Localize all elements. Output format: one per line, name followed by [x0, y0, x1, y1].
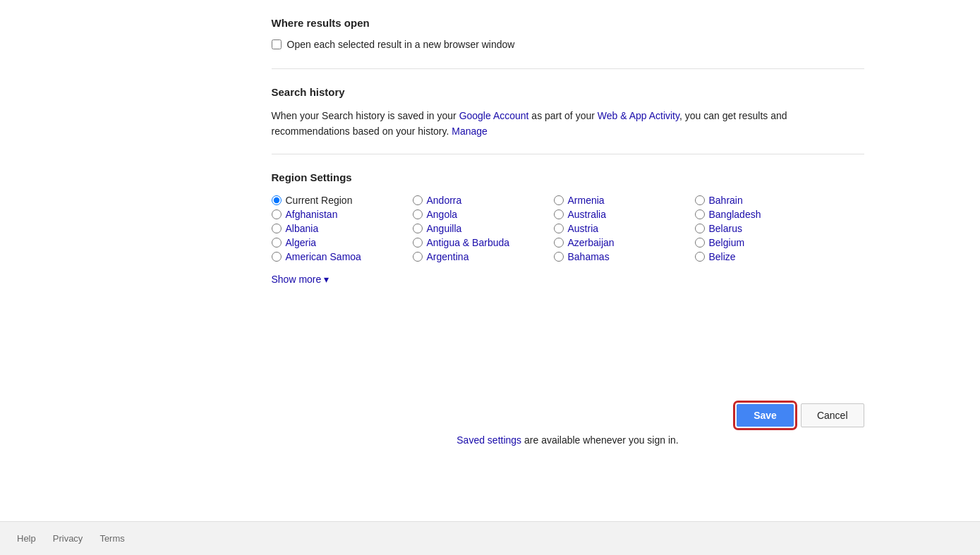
footer: Help Privacy Terms [0, 521, 980, 555]
radio-label-bahrain: Bahrain [709, 195, 743, 206]
radio-andorra[interactable] [413, 195, 423, 205]
show-more-arrow-icon: ▾ [324, 274, 329, 285]
radio-label-albania: Albania [286, 223, 319, 234]
radio-row-angola: Angola [413, 207, 554, 221]
search-history-description: When your Search history is saved in you… [272, 108, 864, 140]
radio-row-antigua-barbuda: Antigua & Barbuda [413, 236, 554, 250]
radio-label-algeria: Algeria [286, 237, 317, 248]
radio-afghanistan[interactable] [272, 209, 282, 219]
radio-label-austria: Austria [568, 223, 599, 234]
radio-anguilla[interactable] [413, 224, 423, 233]
radio-label-anguilla: Anguilla [427, 223, 462, 234]
radio-bahrain[interactable] [695, 195, 705, 205]
region-col-3: Bahrain Bangladesh Belarus Belgium Beliz… [695, 193, 836, 264]
radio-row-argentina: Argentina [413, 250, 554, 264]
region-col-2: Armenia Australia Austria Azerbaijan Bah… [554, 193, 695, 264]
radio-row-australia: Australia [554, 207, 695, 221]
radio-row-algeria: Algeria [272, 236, 413, 250]
radio-label-bahamas: Bahamas [568, 251, 610, 262]
radio-label-american-samoa: American Samoa [286, 251, 361, 262]
radio-label-azerbaijan: Azerbaijan [568, 237, 615, 248]
google-account-link[interactable]: Google Account [459, 110, 529, 121]
saved-settings-suffix: are available whenever you sign in. [524, 434, 679, 446]
radio-label-argentina: Argentina [427, 251, 469, 262]
radio-row-afghanistan: Afghanistan [272, 207, 413, 221]
new-window-label: Open each selected result in a new brows… [287, 39, 515, 50]
footer-privacy-link[interactable]: Privacy [53, 533, 83, 544]
radio-belize[interactable] [695, 252, 705, 262]
radio-bahamas[interactable] [554, 252, 564, 262]
radio-bangladesh[interactable] [695, 209, 705, 219]
radio-label-belize: Belize [709, 251, 736, 262]
manage-link[interactable]: Manage [452, 126, 488, 137]
region-col-1: Andorra Angola Anguilla Antigua & Barbud… [413, 193, 554, 264]
radio-austria[interactable] [554, 224, 564, 233]
radio-belarus[interactable] [695, 224, 705, 233]
region-settings-title: Region Settings [272, 171, 864, 183]
footer-terms-link[interactable]: Terms [99, 533, 124, 544]
search-history-title: Search history [272, 86, 864, 98]
radio-row-belize: Belize [695, 250, 836, 264]
radio-row-anguilla: Anguilla [413, 221, 554, 236]
radio-american-samoa[interactable] [272, 252, 282, 262]
radio-row-belarus: Belarus [695, 221, 836, 236]
show-more-link[interactable]: Show more ▾ [272, 274, 329, 285]
radio-label-angola: Angola [427, 209, 458, 220]
save-button[interactable]: Save [737, 404, 794, 427]
radio-row-azerbaijan: Azerbaijan [554, 236, 695, 250]
radio-row-bahamas: Bahamas [554, 250, 695, 264]
region-col-0: Current Region Afghanistan Albania Alger… [272, 193, 413, 264]
radio-label-armenia: Armenia [568, 195, 605, 206]
radio-row-belgium: Belgium [695, 236, 836, 250]
radio-row-bangladesh: Bangladesh [695, 207, 836, 221]
radio-row-andorra: Andorra [413, 193, 554, 207]
radio-antigua-barbuda[interactable] [413, 238, 423, 248]
radio-row-american-samoa: American Samoa [272, 250, 413, 264]
radio-row-bahrain: Bahrain [695, 193, 836, 207]
radio-belgium[interactable] [695, 238, 705, 248]
radio-label-current: Current Region [286, 195, 353, 206]
saved-settings-row: Saved settings are available whenever yo… [301, 434, 678, 460]
web-app-activity-link[interactable]: Web & App Activity [598, 110, 679, 121]
radio-angola[interactable] [413, 209, 423, 219]
radio-label-afghanistan: Afghanistan [286, 209, 338, 220]
buttons-row: Save Cancel [116, 389, 864, 434]
radio-argentina[interactable] [413, 252, 423, 262]
region-grid: Current Region Afghanistan Albania Alger… [272, 193, 864, 264]
radio-current[interactable] [272, 195, 282, 205]
radio-label-bangladesh: Bangladesh [709, 209, 761, 220]
radio-row-armenia: Armenia [554, 193, 695, 207]
radio-armenia[interactable] [554, 195, 564, 205]
radio-label-australia: Australia [568, 209, 606, 220]
radio-australia[interactable] [554, 209, 564, 219]
radio-azerbaijan[interactable] [554, 238, 564, 248]
new-window-checkbox[interactable] [272, 39, 282, 49]
where-results-title: Where results open [272, 17, 864, 29]
radio-row-austria: Austria [554, 221, 695, 236]
footer-help-link[interactable]: Help [17, 533, 36, 544]
radio-row-current: Current Region [272, 193, 413, 207]
radio-label-andorra: Andorra [427, 195, 462, 206]
radio-label-belgium: Belgium [709, 237, 745, 248]
saved-settings-link[interactable]: Saved settings [456, 434, 521, 446]
show-more-label: Show more [272, 274, 322, 285]
radio-row-albania: Albania [272, 221, 413, 236]
radio-label-belarus: Belarus [709, 223, 742, 234]
radio-algeria[interactable] [272, 238, 282, 248]
cancel-button[interactable]: Cancel [801, 403, 864, 427]
radio-albania[interactable] [272, 224, 282, 233]
radio-label-antigua-barbuda: Antigua & Barbuda [427, 237, 510, 248]
